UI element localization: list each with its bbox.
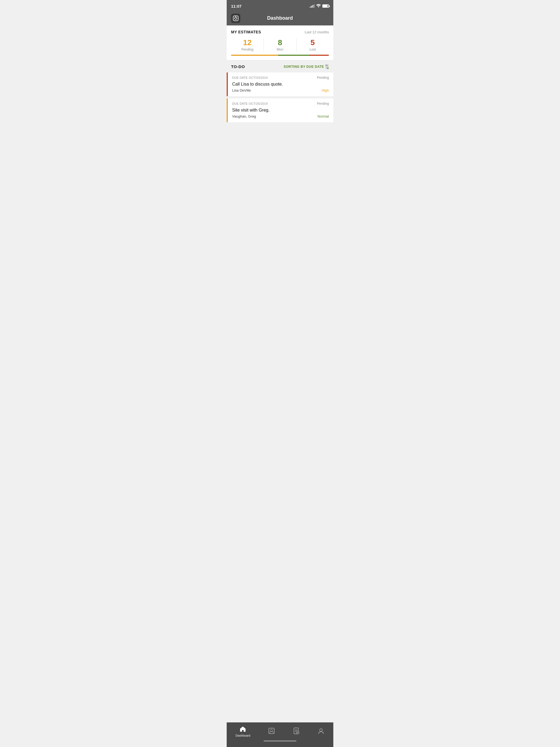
todo-task: Call Lisa to discuss quote.: [232, 82, 329, 87]
stat-lost[interactable]: 5 Lost: [297, 38, 329, 51]
battery-icon: [322, 4, 329, 8]
sorting-control[interactable]: SORTING BY DUE DATE: [284, 64, 329, 69]
lost-count: 5: [299, 38, 327, 47]
lost-label: Lost: [299, 48, 327, 51]
app-logo: [231, 14, 240, 23]
header: Dashboard: [227, 12, 333, 25]
todo-status: Pending: [317, 76, 329, 80]
won-label: Won: [266, 48, 294, 51]
todo-card-header: DUE DATE Oct/25/2019 Pending: [232, 102, 329, 106]
due-date: DUE DATE Oct/25/2019: [232, 102, 268, 105]
estimates-section: MY ESTIMATES Last 12 months 12 Pending 8…: [227, 25, 333, 60]
priority-badge: High: [322, 88, 329, 93]
svg-point-1: [235, 17, 237, 19]
todo-list: DUE DATE Oct/24/2019 Pending Call Lisa t…: [227, 73, 333, 127]
todo-person: Vaughan, Greg: [232, 114, 256, 119]
status-bar: 11:07: [227, 0, 333, 12]
main-content: MY ESTIMATES Last 12 months 12 Pending 8…: [227, 25, 333, 151]
todo-status: Pending: [317, 102, 329, 106]
pending-count: 12: [233, 38, 261, 47]
stat-won[interactable]: 8 Won: [263, 38, 296, 51]
sorting-label: SORTING BY DUE DATE: [284, 65, 324, 69]
todo-card-header: DUE DATE Oct/24/2019 Pending: [232, 76, 329, 80]
todo-header: TO-DO SORTING BY DUE DATE: [227, 60, 333, 73]
wifi-icon: [316, 4, 321, 8]
estimates-progress-bar: [231, 55, 329, 56]
estimates-header: MY ESTIMATES Last 12 months: [231, 30, 329, 34]
status-time: 11:07: [231, 4, 241, 8]
progress-pending: [231, 55, 278, 56]
pending-label: Pending: [233, 48, 261, 51]
sort-icon: [325, 64, 329, 69]
todo-person: Lisa DeVille: [232, 88, 251, 93]
estimates-title: MY ESTIMATES: [231, 30, 261, 34]
progress-lost: [309, 55, 329, 56]
won-count: 8: [266, 38, 294, 47]
status-icons: [310, 4, 329, 8]
page-title: Dashboard: [267, 15, 293, 21]
progress-won: [278, 55, 309, 56]
estimates-stats: 12 Pending 8 Won 5 Lost: [231, 38, 329, 51]
todo-item[interactable]: DUE DATE Oct/24/2019 Pending Call Lisa t…: [227, 73, 333, 96]
todo-footer: Lisa DeVille High: [232, 88, 329, 93]
priority-badge: Normal: [317, 114, 329, 119]
estimates-period: Last 12 months: [305, 30, 329, 34]
todo-task: Site visit with Greg.: [232, 108, 329, 113]
todo-title: TO-DO: [231, 64, 245, 69]
signal-icon: [310, 4, 315, 8]
stat-pending[interactable]: 12 Pending: [231, 38, 263, 51]
todo-section: TO-DO SORTING BY DUE DATE DUE DATE Oct/2…: [227, 60, 333, 127]
todo-item[interactable]: DUE DATE Oct/25/2019 Pending Site visit …: [227, 98, 333, 122]
todo-footer: Vaughan, Greg Normal: [232, 114, 329, 119]
due-date: DUE DATE Oct/24/2019: [232, 76, 268, 79]
